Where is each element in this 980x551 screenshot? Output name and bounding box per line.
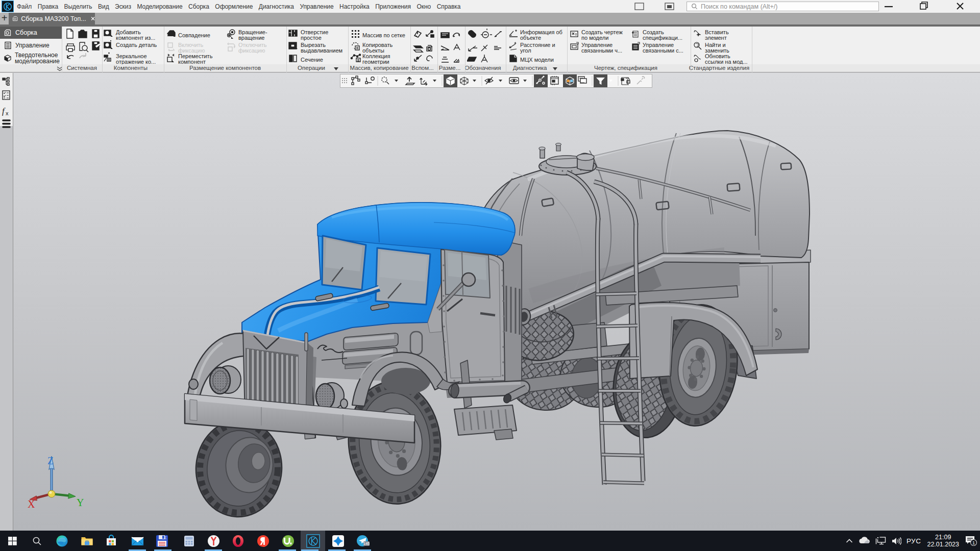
svg-text:1: 1 bbox=[972, 540, 975, 545]
svg-text:f: f bbox=[2, 106, 6, 116]
svg-text:E: E bbox=[164, 536, 166, 540]
svg-text:Y: Y bbox=[77, 497, 84, 508]
svg-text:145: 145 bbox=[363, 541, 370, 546]
svg-text:X: X bbox=[28, 498, 35, 510]
svg-text:x: x bbox=[6, 110, 9, 116]
svg-text:Z: Z bbox=[47, 455, 54, 466]
